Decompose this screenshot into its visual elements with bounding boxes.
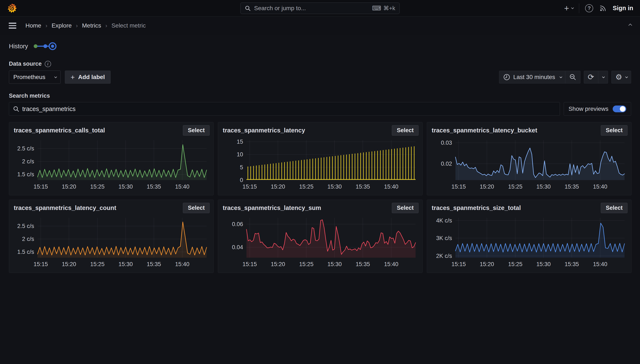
svg-text:15:30: 15:30 xyxy=(328,184,342,190)
time-controls: Last 30 minutes ⟳ ⚙ xyxy=(499,71,631,84)
svg-text:10: 10 xyxy=(237,151,243,158)
svg-text:4K c/s: 4K c/s xyxy=(436,218,452,224)
search-icon xyxy=(13,106,19,112)
svg-text:15:40: 15:40 xyxy=(175,184,190,190)
main-content: History Data source i Prometheus + Add l… xyxy=(0,42,640,273)
refresh-group: ⟳ xyxy=(584,71,608,84)
data-source-select[interactable]: Prometheus xyxy=(9,70,60,84)
sign-in-button[interactable]: Sign in xyxy=(613,5,633,12)
refresh-interval-dropdown[interactable] xyxy=(598,71,608,83)
svg-text:15:20: 15:20 xyxy=(271,261,285,268)
search-metrics-label: Search metrics xyxy=(9,92,631,99)
svg-text:0.06: 0.06 xyxy=(232,221,243,227)
keyboard-icon: ⌨ xyxy=(372,5,381,12)
svg-text:2K c/s: 2K c/s xyxy=(436,253,452,259)
metric-preview-chart[interactable]: 15:1515:2015:2515:3015:3515:40051015 xyxy=(222,137,418,190)
select-metric-button[interactable]: Select xyxy=(392,203,418,213)
add-label-text: Add label xyxy=(78,74,105,80)
metric-preview-chart[interactable]: 15:1515:2015:2515:3015:3515:400.040.06 xyxy=(222,214,418,268)
select-metric-button[interactable]: Select xyxy=(183,203,210,213)
svg-text:15:30: 15:30 xyxy=(536,261,551,268)
global-search-input[interactable]: Search or jump to... ⌨ ⌘+k xyxy=(240,2,400,14)
panel-title: traces_spanmetrics_latency_bucket xyxy=(431,125,537,134)
history-timeline-icon[interactable] xyxy=(33,42,57,51)
svg-text:0.03: 0.03 xyxy=(441,140,452,146)
svg-text:3K c/s: 3K c/s xyxy=(436,235,452,241)
panel-title: traces_spanmetrics_size_total xyxy=(431,203,521,212)
breadcrumb-home[interactable]: Home xyxy=(26,22,41,29)
select-metric-button[interactable]: Select xyxy=(601,125,628,136)
zoom-out-button[interactable] xyxy=(565,71,580,83)
svg-text:15:20: 15:20 xyxy=(62,184,76,190)
svg-text:15:15: 15:15 xyxy=(34,184,48,190)
metric-search-input[interactable] xyxy=(22,106,556,112)
metric-preview-chart[interactable]: 15:1515:2015:2515:3015:3515:402K c/s3K c… xyxy=(431,214,628,268)
select-metric-button[interactable]: Select xyxy=(601,203,628,213)
chevron-down-icon xyxy=(54,76,57,78)
svg-text:15:40: 15:40 xyxy=(175,261,190,268)
show-previews-toggle[interactable] xyxy=(613,106,626,112)
metric-preview-chart[interactable]: 15:1515:2015:2515:3015:3515:400.020.03 xyxy=(431,137,628,190)
metric-preview-chart[interactable]: 15:1515:2015:2515:3015:3515:401.5 c/s2 c… xyxy=(13,214,210,268)
chevron-down-icon xyxy=(602,76,605,78)
svg-text:15:15: 15:15 xyxy=(452,184,466,190)
news-rss-icon[interactable] xyxy=(599,4,607,12)
refresh-icon: ⟳ xyxy=(588,73,594,81)
plus-icon: + xyxy=(70,74,75,81)
svg-text:0.02: 0.02 xyxy=(441,160,452,167)
search-icon xyxy=(245,5,251,11)
svg-text:15:40: 15:40 xyxy=(593,184,607,190)
svg-text:15:15: 15:15 xyxy=(452,261,466,268)
breadcrumb-separator: › xyxy=(46,22,48,29)
select-metric-button[interactable]: Select xyxy=(183,125,210,136)
data-source-label: Data source xyxy=(9,60,42,67)
svg-text:15: 15 xyxy=(237,138,243,145)
metric-panel: traces_spanmetrics_latency_count Select … xyxy=(9,200,214,273)
metric-panel: traces_spanmetrics_calls_total Select 15… xyxy=(9,122,214,195)
global-search-placeholder: Search or jump to... xyxy=(254,5,372,12)
show-previews-control: Show previews xyxy=(564,102,631,116)
metric-search-box xyxy=(9,102,560,116)
breadcrumb-metrics[interactable]: Metrics xyxy=(82,22,101,29)
settings-button[interactable]: ⚙ xyxy=(612,71,631,83)
gear-icon: ⚙ xyxy=(616,73,622,81)
svg-text:15:25: 15:25 xyxy=(299,184,314,190)
shortcut-label: ⌘+k xyxy=(383,5,395,12)
plus-icon: + xyxy=(564,4,569,12)
svg-text:0: 0 xyxy=(240,177,243,183)
svg-text:15:25: 15:25 xyxy=(90,184,105,190)
new-menu-button[interactable]: + xyxy=(564,4,573,12)
svg-text:15:15: 15:15 xyxy=(34,261,48,268)
metric-panel: traces_spanmetrics_size_total Select 15:… xyxy=(427,200,632,273)
show-previews-label: Show previews xyxy=(568,106,608,112)
shortcut-hint: ⌨ ⌘+k xyxy=(372,5,395,12)
svg-text:5: 5 xyxy=(240,164,243,170)
info-icon[interactable]: i xyxy=(45,61,51,67)
collapse-button[interactable] xyxy=(627,22,634,30)
svg-text:15:30: 15:30 xyxy=(118,261,133,268)
svg-text:15:35: 15:35 xyxy=(356,184,370,190)
svg-text:15:30: 15:30 xyxy=(118,184,133,190)
breadcrumb-bar: Home › Explore › Metrics › Select metric xyxy=(0,16,640,35)
menu-icon[interactable] xyxy=(6,20,19,32)
breadcrumb-explore[interactable]: Explore xyxy=(52,22,72,29)
time-range-picker[interactable]: Last 30 minutes xyxy=(499,71,565,83)
help-button[interactable]: ? xyxy=(585,4,593,12)
top-nav: Search or jump to... ⌨ ⌘+k + ? Sign in xyxy=(0,0,640,16)
add-label-button[interactable]: + Add label xyxy=(65,70,110,84)
clock-icon xyxy=(503,74,510,81)
refresh-button[interactable]: ⟳ xyxy=(584,71,598,83)
svg-text:15:40: 15:40 xyxy=(384,184,398,190)
metric-preview-chart[interactable]: 15:1515:2015:2515:3015:3515:401.5 c/s2 c… xyxy=(13,137,210,190)
svg-text:15:20: 15:20 xyxy=(480,261,494,268)
data-source-value: Prometheus xyxy=(13,74,45,80)
svg-text:1.5 c/s: 1.5 c/s xyxy=(17,249,34,255)
svg-text:15:20: 15:20 xyxy=(480,184,494,190)
chevron-down-icon xyxy=(571,6,574,9)
svg-text:15:35: 15:35 xyxy=(564,261,579,268)
history-label: History xyxy=(9,43,28,50)
select-metric-button[interactable]: Select xyxy=(392,125,418,136)
svg-text:15:30: 15:30 xyxy=(328,261,342,268)
grafana-logo-icon[interactable] xyxy=(7,3,17,14)
svg-text:15:35: 15:35 xyxy=(564,184,579,190)
